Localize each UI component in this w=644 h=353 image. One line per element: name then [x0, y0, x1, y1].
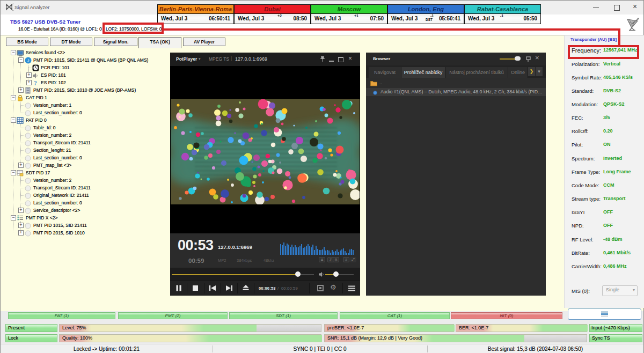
svg-text:♪: ♪: [27, 57, 30, 63]
svg-text:?: ?: [34, 79, 37, 86]
